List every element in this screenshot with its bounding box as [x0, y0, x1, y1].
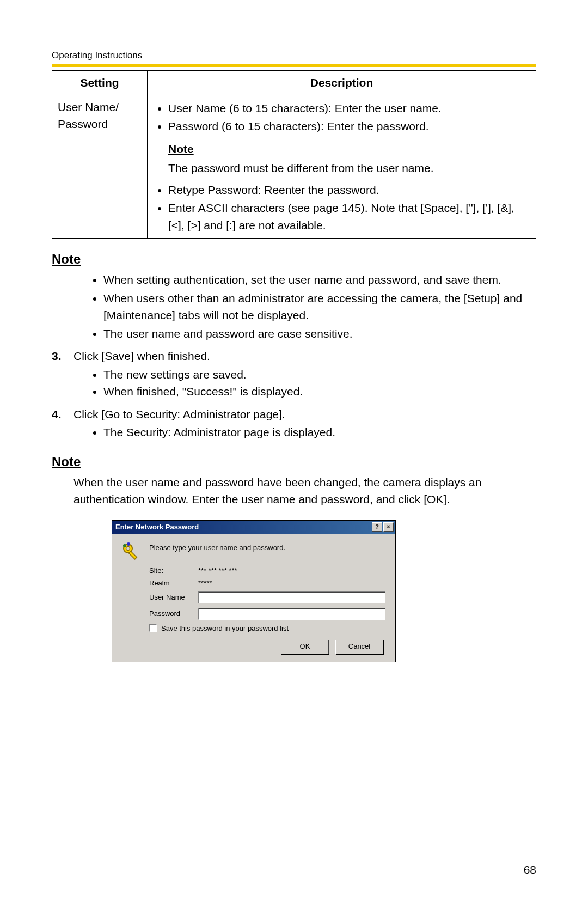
step-text: Click [Go to Security: Administrator pag…	[74, 408, 285, 420]
step-3: 3. Click [Save] when finished. The new s…	[52, 347, 536, 400]
cell-setting: User Name/ Password	[52, 95, 148, 239]
svg-rect-2	[128, 551, 137, 559]
th-description: Description	[148, 71, 536, 95]
list-item: When setting authentication, set the use…	[103, 271, 536, 289]
step-text: Click [Save] when finished.	[74, 350, 210, 362]
site-label: Site:	[149, 566, 198, 575]
header-rule	[52, 64, 536, 67]
help-button[interactable]: ?	[372, 522, 382, 532]
list-item: When finished, "Success!" is displayed.	[103, 383, 536, 400]
password-dialog: Enter Network Password ? × P	[112, 520, 396, 662]
inline-note-body: The password must be different from the …	[168, 160, 530, 177]
list-item: The new settings are saved.	[103, 366, 536, 383]
svg-point-4	[127, 542, 130, 546]
step-number: 4.	[52, 406, 62, 423]
realm-label: Realm	[149, 579, 198, 587]
inline-note-heading: Note	[168, 141, 530, 158]
th-setting: Setting	[52, 71, 148, 95]
dialog-title: Enter Network Password	[115, 523, 371, 531]
list-item: The user name and password are case sens…	[103, 325, 536, 343]
realm-value: *****	[198, 579, 385, 587]
dialog-titlebar: Enter Network Password ? ×	[112, 521, 395, 534]
step-4: 4. Click [Go to Security: Administrator …	[52, 406, 536, 441]
username-label: User Name	[149, 593, 198, 601]
save-password-checkbox[interactable]	[149, 624, 157, 632]
desc-bullet: Enter ASCII characters (see page 145). N…	[168, 199, 530, 234]
key-icon	[122, 542, 142, 562]
password-label: Password	[149, 609, 198, 618]
cell-description: User Name (6 to 15 characters): Enter th…	[148, 95, 536, 239]
note-body-2: When the user name and password have bee…	[52, 474, 536, 508]
close-button[interactable]: ×	[383, 522, 394, 532]
step-number: 3.	[52, 347, 62, 365]
list-item: The Security: Administrator page is disp…	[103, 424, 536, 441]
cancel-button[interactable]: Cancel	[335, 640, 383, 654]
password-input[interactable]	[198, 608, 385, 620]
save-password-label: Save this password in your password list	[161, 624, 289, 632]
username-input[interactable]	[198, 591, 385, 603]
note-heading-2: Note	[52, 454, 536, 469]
site-value: *** *** *** ***	[198, 566, 385, 575]
list-item: When users other than an administrator a…	[103, 290, 536, 324]
dialog-prompt: Please type your user name and password.	[149, 542, 385, 552]
desc-bullet: Password (6 to 15 characters): Enter the…	[168, 118, 530, 135]
desc-bullet: User Name (6 to 15 characters): Enter th…	[168, 100, 530, 117]
note-heading-1: Note	[52, 252, 536, 267]
note-body-1: When setting authentication, set the use…	[52, 271, 536, 342]
svg-point-1	[126, 546, 130, 550]
svg-point-3	[123, 544, 126, 547]
doc-header: Operating Instructions	[52, 50, 536, 61]
desc-bullet: Retype Password: Reenter the password.	[168, 181, 530, 199]
page-number: 68	[524, 863, 536, 876]
settings-table: Setting Description User Name/ Password …	[52, 70, 536, 239]
ok-button[interactable]: OK	[281, 640, 329, 654]
